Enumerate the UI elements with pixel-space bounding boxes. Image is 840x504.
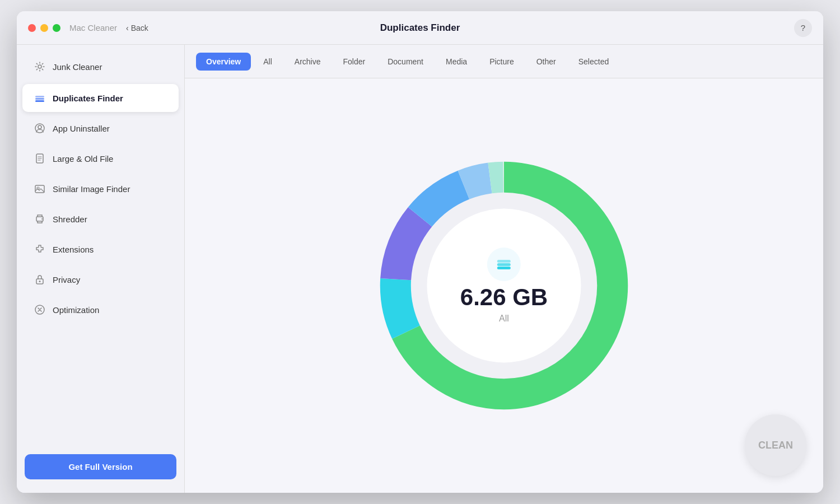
lock-icon <box>34 273 46 286</box>
donut-center: 6.26 GB All <box>460 248 548 324</box>
sidebar-item-label: Similar Image Finder <box>53 184 130 194</box>
gear-icon <box>34 60 46 73</box>
titlebar: Mac Cleaner ‹ Back Duplicates Finder ? <box>17 11 823 45</box>
donut-chart: 6.26 GB All <box>364 146 644 426</box>
tab-archive[interactable]: Archive <box>284 53 331 71</box>
close-button[interactable] <box>28 24 36 32</box>
sidebar-item-duplicates-finder[interactable]: Duplicates Finder <box>22 84 179 112</box>
tab-selected[interactable]: Selected <box>568 53 619 71</box>
printer-icon <box>34 213 46 225</box>
traffic-lights <box>28 24 60 32</box>
back-chevron-icon: ‹ <box>126 24 129 32</box>
minimize-button[interactable] <box>40 24 48 32</box>
svg-point-0 <box>38 65 41 68</box>
main-panel: Overview All Archive Folder Document Med… <box>185 45 823 493</box>
sidebar-item-label: Optimization <box>53 305 99 315</box>
sidebar-item-label: Extensions <box>53 245 94 254</box>
svg-rect-24 <box>497 267 511 269</box>
person-circle-icon <box>34 122 46 134</box>
sidebar-item-app-uninstaller[interactable]: App Uninstaller <box>22 114 179 142</box>
sidebar-item-optimization[interactable]: Optimization <box>22 296 179 324</box>
svg-point-12 <box>39 281 41 282</box>
tab-document[interactable]: Document <box>377 53 433 71</box>
photo-icon <box>34 183 46 195</box>
fullscreen-button[interactable] <box>53 24 60 32</box>
svg-rect-3 <box>35 100 44 102</box>
svg-rect-2 <box>35 98 44 100</box>
sidebar-item-label: App Uninstaller <box>53 124 110 133</box>
sidebar-item-similar-image-finder[interactable]: Similar Image Finder <box>22 175 179 203</box>
content-area: Junk Cleaner Duplicates Finder <box>17 45 823 493</box>
sidebar-item-label: Privacy <box>53 275 80 284</box>
get-full-version-button[interactable]: Get Full Version <box>25 454 176 479</box>
tab-overview[interactable]: Overview <box>196 53 251 71</box>
chart-label: All <box>499 314 509 324</box>
sidebar-item-large-old-file[interactable]: Large & Old File <box>22 144 179 172</box>
svg-rect-7 <box>35 185 44 193</box>
tab-folder[interactable]: Folder <box>333 53 376 71</box>
layers-icon <box>34 92 46 104</box>
sidebar-item-extensions[interactable]: Extensions <box>22 235 179 263</box>
circle-cross-icon <box>34 304 46 316</box>
svg-point-5 <box>38 125 41 129</box>
sidebar-item-label: Duplicates Finder <box>53 94 123 103</box>
svg-point-10 <box>41 218 43 220</box>
back-button[interactable]: ‹ Back <box>126 24 148 32</box>
tabs-bar: Overview All Archive Folder Document Med… <box>185 45 823 78</box>
back-label: Back <box>131 24 148 32</box>
doc-icon <box>34 152 46 165</box>
tab-picture[interactable]: Picture <box>479 53 524 71</box>
sidebar-item-privacy[interactable]: Privacy <box>22 265 179 293</box>
help-button[interactable]: ? <box>794 19 812 37</box>
tab-all[interactable]: All <box>253 53 282 71</box>
svg-rect-23 <box>497 263 511 266</box>
sidebar-item-label: Shredder <box>53 214 87 224</box>
sidebar-item-shredder[interactable]: Shredder <box>22 205 179 233</box>
app-title: Mac Cleaner <box>69 23 117 32</box>
sidebar-item-label: Junk Cleaner <box>53 62 102 72</box>
donut-layers-icon <box>487 248 521 281</box>
window-title: Duplicates Finder <box>380 22 460 34</box>
total-size: 6.26 GB <box>460 286 548 309</box>
app-window: Mac Cleaner ‹ Back Duplicates Finder ? J… <box>17 11 823 493</box>
chart-area: 6.26 GB All CLEAN <box>185 78 823 493</box>
sidebar-item-label: Large & Old File <box>53 154 113 164</box>
clean-button[interactable]: CLEAN <box>745 414 806 476</box>
tab-media[interactable]: Media <box>436 53 477 71</box>
sidebar-item-junk-cleaner[interactable]: Junk Cleaner <box>22 53 179 81</box>
svg-rect-1 <box>35 96 44 97</box>
puzzle-icon <box>34 243 46 255</box>
sidebar-spacer <box>17 325 184 447</box>
sidebar: Junk Cleaner Duplicates Finder <box>17 45 185 493</box>
svg-rect-22 <box>497 260 511 263</box>
tab-other[interactable]: Other <box>526 53 566 71</box>
